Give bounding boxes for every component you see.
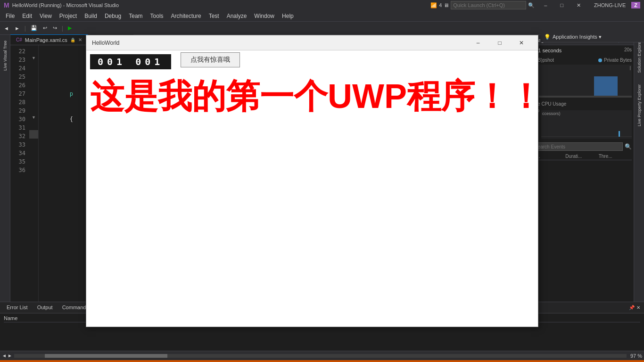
appinsights-bar[interactable]: 💡 Application Insights ▾ — [540, 32, 644, 42]
search-icon: 🔍 — [528, 2, 535, 8]
menu-analyze[interactable]: Analyze — [223, 10, 251, 22]
signal-icon: 📶 — [430, 2, 437, 8]
app-maximize-btn[interactable]: □ — [489, 35, 511, 50]
close-btn[interactable]: ✕ — [573, 2, 585, 8]
user-avatar: Z — [631, 2, 640, 8]
menu-help[interactable]: Help — [278, 10, 297, 22]
menu-debug[interactable]: Debug — [101, 10, 125, 22]
menu-tools[interactable]: Tools — [147, 10, 167, 22]
menu-file[interactable]: File — [2, 10, 18, 22]
cpu-spike — [619, 131, 620, 137]
toolbar-back[interactable]: ◄ — [2, 25, 11, 32]
maximize-btn[interactable]: □ — [556, 2, 567, 8]
appinsights-label[interactable]: Application Insights ▾ — [553, 34, 602, 40]
right-panel: Diagnostic Tools 📌 ✕ : 21 seconds 20s (M… — [530, 35, 634, 302]
app-window: HelloWorld – □ ✕ 001 001 点我有惊喜哦 这是我的第一个U… — [86, 35, 538, 327]
app-title: HelloWorld (Running) - Microsoft Visual … — [12, 2, 119, 8]
minimize-btn[interactable]: – — [540, 2, 551, 8]
status-bar: Ready Ln 23 Col 83 Ch 48 INS ↑ Publish — [0, 360, 644, 362]
zoom-left-arrow[interactable]: ◄ — [2, 353, 7, 358]
menu-build[interactable]: Build — [81, 10, 101, 22]
vs-logo: M — [4, 1, 9, 9]
right-sidebar: Solution Explorer Live Property Explorer — [634, 35, 644, 302]
tab-csharp-icon: C# — [16, 37, 22, 42]
menu-edit[interactable]: Edit — [18, 10, 36, 22]
monitor-icon: 🖥 — [444, 2, 449, 8]
app-minimize-btn[interactable]: – — [467, 35, 489, 50]
toolbar-undo[interactable]: ↩ — [41, 24, 49, 32]
search-events-section: 🔍 Ti... Durati... Thre... — [532, 142, 632, 160]
app-close-btn[interactable]: ✕ — [511, 35, 532, 50]
col-dura: Durati... — [565, 154, 598, 159]
notification-count: 4 — [439, 2, 442, 8]
title-bar-right: 📶 4 🖥 🔍 – □ ✕ ZHONG-LIVE Z — [430, 1, 640, 9]
click-button[interactable]: 点我有惊喜哦 — [181, 52, 240, 67]
cpu-chart-area: ccessors) — [541, 110, 632, 139]
appinsights-icon: 💡 — [544, 34, 551, 40]
bottom-tabs-right: 📌 ✕ — [629, 305, 640, 310]
memory-legend-private: Private Bytes — [598, 58, 632, 63]
left-sidebar: Live Visual Tree — [0, 35, 10, 302]
tab-lock-icon: 🔒 — [70, 38, 75, 42]
app-content: 001 001 点我有惊喜哦 这是我的第一个UWP程序！！ — [86, 50, 538, 327]
code-text: p — [42, 90, 73, 98]
gutter: ▼ ▼ — [29, 45, 39, 302]
sidebar-solution-explorer-right[interactable]: Solution Explorer — [635, 37, 644, 77]
toolbar-save[interactable]: 💾 — [29, 24, 39, 32]
tab-output[interactable]: Output — [34, 304, 56, 312]
title-bar-left: M HelloWorld (Running) - Microsoft Visua… — [4, 1, 119, 9]
sidebar-solution-explorer[interactable]: Live Visual Tree — [1, 37, 9, 74]
menu-test[interactable]: Test — [205, 10, 223, 22]
zoom-right-arrow[interactable]: ► — [8, 353, 12, 358]
collapse-btn-23[interactable]: ▼ — [32, 56, 36, 60]
right-panel-content: : 21 seconds 20s (MB)pshot Private Bytes… — [530, 45, 634, 302]
menu-architecture[interactable]: Architecture — [167, 10, 205, 22]
menu-team[interactable]: Team — [125, 10, 146, 22]
tab-mainpage-xaml-cs[interactable]: C# MainPage.xaml.cs 🔒 ✕ — [10, 34, 88, 45]
tab-mainpage-label: MainPage.xaml.cs — [25, 37, 67, 43]
menu-window[interactable]: Window — [250, 10, 278, 22]
menu-view[interactable]: View — [36, 10, 56, 22]
sidebar-live-property[interactable]: Live Property Explorer — [635, 81, 644, 130]
chart-scrollbar[interactable] — [539, 96, 632, 98]
title-bar: M HelloWorld (Running) - Microsoft Visua… — [0, 0, 644, 10]
memory-section: (MB)pshot Private Bytes 37 0 | — [532, 58, 632, 98]
counter-display: 001 001 — [90, 54, 171, 69]
toolbar-redo[interactable]: ↪ — [51, 24, 59, 32]
zoom-value: 97 % — [630, 353, 642, 359]
memory-cpu-label: age CPU Usage — [532, 101, 632, 107]
zoom-bar: ◄ ► 97 % — [0, 351, 644, 360]
big-text: 这是我的第一个UWP程序！！ — [90, 74, 538, 119]
toolbar-start[interactable]: ▶ — [66, 24, 74, 32]
app-window-title: HelloWorld — [92, 40, 119, 46]
memory-chart-area: | — [539, 65, 632, 98]
scrollbar-thumb[interactable] — [45, 354, 167, 358]
quick-launch-input[interactable] — [451, 1, 526, 9]
horizontal-scrollbar[interactable] — [14, 354, 627, 358]
panel-close-bottom[interactable]: ✕ — [636, 305, 640, 310]
cpu-chart-section: 100 0 ccessors) — [532, 108, 632, 139]
tab-close[interactable]: ✕ — [78, 37, 82, 42]
app-titlebar-controls: – □ ✕ — [467, 35, 532, 50]
time-section: : 21 seconds 20s — [532, 47, 632, 54]
tab-error-list[interactable]: Error List — [4, 304, 31, 312]
app-titlebar: HelloWorld – □ ✕ — [86, 35, 538, 50]
search-events-input[interactable] — [532, 142, 623, 151]
menu-bar: File Edit View Project Build Debug Team … — [0, 10, 644, 22]
cpu-label: ccessors) — [542, 111, 561, 116]
memory-bar — [594, 76, 618, 98]
col-thre: Thre... — [599, 154, 632, 159]
time-scale: 20s — [624, 47, 632, 52]
code-text: { — [42, 115, 73, 123]
search-events-icon[interactable]: 🔍 — [625, 143, 632, 150]
memory-chart: 37 0 | — [532, 63, 632, 98]
quick-launch-container: 📶 4 🖥 🔍 — [430, 1, 535, 9]
diag-table-header: Ti... Durati... Thre... — [532, 153, 632, 160]
toolbar-forward[interactable]: ► — [13, 25, 22, 32]
collapse-btn-30[interactable]: ▼ — [32, 115, 36, 120]
line-numbers: 22 23 24 25 26 27 28 29 30 31 32 33 34 3… — [10, 45, 29, 302]
panel-pin-bottom[interactable]: 📌 — [629, 305, 635, 310]
user-label: ZHONG-LIVE — [594, 2, 626, 8]
chart-marker: | — [630, 66, 631, 70]
menu-project[interactable]: Project — [56, 10, 81, 22]
